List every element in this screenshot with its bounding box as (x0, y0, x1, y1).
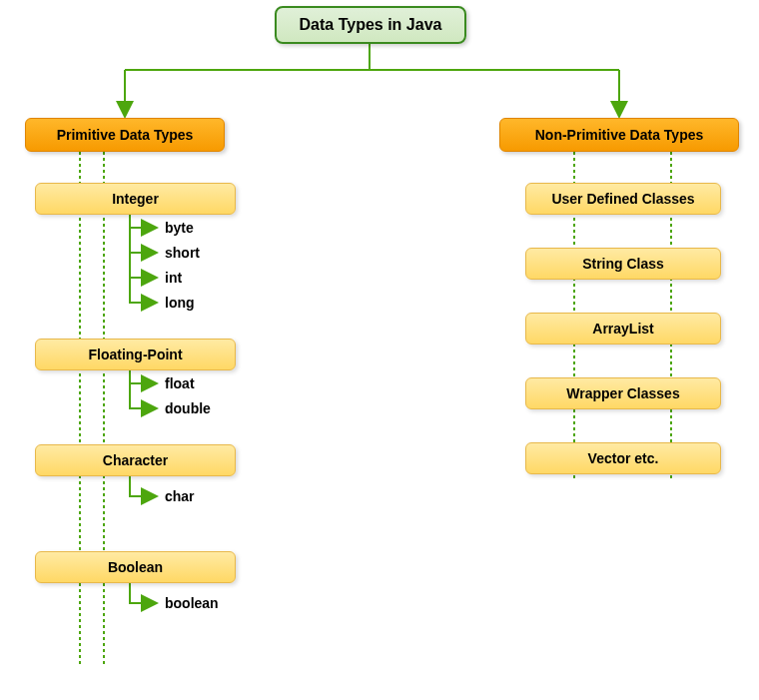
np-vector-etc: Vector etc. (525, 442, 721, 474)
root-node: Data Types in Java (275, 6, 466, 44)
group-floating-point-label: Floating-Point (88, 347, 182, 362)
root-title: Data Types in Java (300, 16, 442, 33)
leaf-double: double (165, 400, 211, 416)
np-wrapper-classes: Wrapper Classes (525, 377, 721, 409)
np-arraylist: ArrayList (525, 313, 721, 345)
leaf-short: short (165, 245, 200, 261)
leaf-long: long (165, 295, 195, 311)
group-boolean-label: Boolean (108, 559, 163, 575)
leaf-boolean: boolean (165, 595, 219, 611)
group-boolean: Boolean (35, 551, 236, 583)
np-arraylist-label: ArrayList (592, 321, 653, 337)
leaf-float: float (165, 375, 195, 391)
group-floating-point: Floating-Point (35, 339, 236, 370)
group-character: Character (35, 444, 236, 476)
nonprimitive-title: Non-Primitive Data Types (535, 127, 704, 143)
group-integer-label: Integer (112, 191, 159, 207)
leaf-byte: byte (165, 220, 194, 236)
np-wrapper-classes-label: Wrapper Classes (566, 385, 679, 401)
np-user-defined-classes: User Defined Classes (525, 183, 721, 215)
np-string-class-label: String Class (582, 256, 664, 272)
nonprimitive-header: Non-Primitive Data Types (499, 118, 739, 152)
leaf-char: char (165, 488, 195, 504)
np-user-defined-classes-label: User Defined Classes (551, 191, 694, 207)
group-character-label: Character (103, 452, 168, 468)
np-vector-etc-label: Vector etc. (588, 450, 659, 466)
primitive-header: Primitive Data Types (25, 118, 225, 152)
primitive-title: Primitive Data Types (57, 127, 194, 143)
np-string-class: String Class (525, 248, 721, 280)
leaf-int: int (165, 270, 182, 286)
group-integer: Integer (35, 183, 236, 215)
